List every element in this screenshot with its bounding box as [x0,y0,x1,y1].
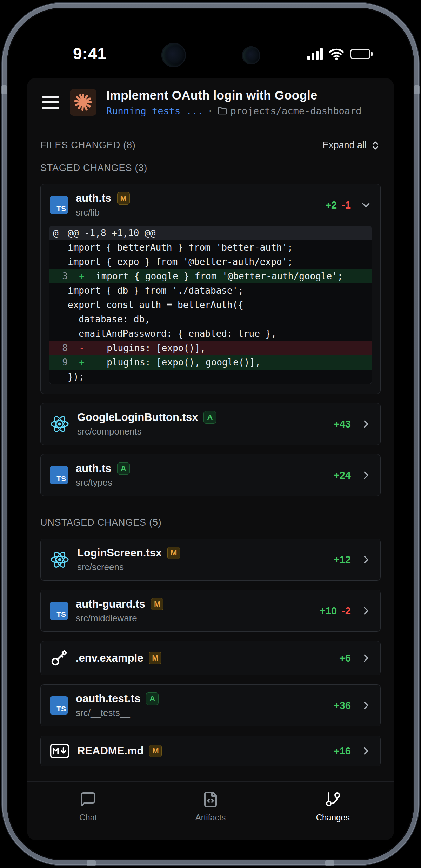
collapse-chevron-icon[interactable] [361,200,371,210]
file-card[interactable]: .env.exampleM+6 [40,641,381,675]
status-badge: M [151,598,163,610]
chevron-right-icon[interactable] [361,606,371,616]
diff-line-number: 3 [49,269,68,283]
diff-row: import { db } from './database'; [49,283,372,298]
tab-artifacts[interactable]: Artifacts [149,791,272,822]
tab-bar: Chat Artifacts Changes [27,781,394,840]
antenna-band [87,860,96,866]
file-row[interactable]: .env.exampleM+6 [41,641,380,675]
file-card[interactable]: TSauth.tsAsrc/types+24 [40,454,381,496]
expand-all-button[interactable]: Expand all [322,140,381,151]
menu-button[interactable] [41,94,60,111]
battery-icon [350,49,373,59]
file-row[interactable]: TSauth.tsAsrc/types+24 [41,454,380,496]
tab-label: Changes [316,813,350,822]
expand-all-label: Expand all [322,140,367,151]
app-logo [70,89,96,116]
file-name: .env.example [76,652,143,664]
chat-icon [80,791,96,808]
diff-line-number: @ [49,226,68,240]
diff-code: @@ -1,8 +1,10 @@ [68,228,155,238]
file-info: auth-guard.tsMsrc/middleware [76,598,163,624]
file-row[interactable]: TSauth.tsMsrc/lib+2-1 [41,184,380,226]
folder-icon [218,106,227,116]
file-stats: +10-2 [320,605,371,617]
app-panel: Implement OAuth login with Google Runnin… [27,78,394,840]
tab-changes[interactable]: Changes [272,791,394,822]
chevron-right-icon[interactable] [361,470,371,480]
file-row[interactable]: README.mdM+16 [41,736,380,766]
chevron-right-icon[interactable] [361,554,371,565]
diff-code: plugins: [expo(), google()], [96,357,261,368]
diff-code: import { betterAuth } from 'better-auth'… [68,242,293,253]
file-card[interactable]: TSauth-guard.tsMsrc/middleware+10-2 [40,590,381,632]
task-title: Implement OAuth login with Google [106,88,361,102]
diff-row: import { expo } from '@better-auth/expo'… [49,255,372,269]
file-info: LoginScreen.tsxMsrc/screens [77,547,180,573]
tab-chat[interactable]: Chat [27,791,149,822]
file-name: README.md [77,745,143,757]
staged-section-title: STAGED CHANGES (3) [40,163,381,173]
file-row[interactable]: GoogleLoginButton.tsxAsrc/components+43 [41,403,380,445]
phone-frame: 9:41 [2,3,419,865]
additions-count: +12 [334,554,351,566]
file-row[interactable]: LoginScreen.tsxMsrc/screens+12 [41,539,380,580]
diff-code: emailAndPassword: { enabled: true }, [68,328,276,339]
artifact-icon [202,791,219,808]
diff-row: export const auth = betterAuth({ [49,298,372,312]
react-icon [50,550,69,569]
changes-content: FILES CHANGED (8) Expand all STAGED CHAN… [27,127,394,781]
diff-code: export const auth = betterAuth({ [68,300,243,310]
antenna-band [414,85,420,94]
file-info: oauth.test.tsAsrc/__tests__ [76,692,159,718]
files-changed-label: FILES CHANGED (8) [40,140,136,151]
file-card[interactable]: LoginScreen.tsxMsrc/screens+12 [40,539,381,581]
file-path: src/middleware [76,613,163,624]
diff-sign: + [68,269,96,283]
file-path: src/screens [77,562,180,573]
file-name: LoginScreen.tsx [77,547,162,559]
deletions-count: -2 [342,605,351,617]
camera-lens-icon [242,46,260,64]
file-path: src/__tests__ [76,708,159,718]
unstaged-list: LoginScreen.tsxMsrc/screens+12TSauth-gua… [40,539,381,766]
file-card[interactable]: GoogleLoginButton.tsxAsrc/components+43 [40,403,381,445]
screen: 9:41 [7,8,414,860]
chevron-right-icon[interactable] [361,700,371,711]
project-breadcrumb: projects/acme-dashboard [218,105,362,116]
diff-line-number: 9 [49,355,68,370]
file-card[interactable]: TSoauth.test.tsAsrc/__tests__+36 [40,684,381,726]
file-row[interactable]: TSoauth.test.tsAsrc/__tests__+36 [41,685,380,726]
file-row[interactable]: TSauth-guard.tsMsrc/middleware+10-2 [41,590,380,631]
file-stats: +36 [334,700,371,711]
diff-code: import { google } from '@better-auth/goo… [96,271,343,281]
additions-count: +10 [320,605,337,617]
staged-list: TSauth.tsMsrc/lib+2-1@@@ -1,8 +1,10 @@im… [40,184,381,496]
file-name: oauth.test.ts [76,692,140,705]
chevron-right-icon[interactable] [361,419,371,429]
diff-code: import { db } from './database'; [68,285,243,296]
file-info: auth.tsAsrc/types [76,462,130,488]
diff-row: database: db, [49,312,372,327]
diff-sign: - [68,341,96,355]
additions-count: +16 [334,745,351,757]
file-card[interactable]: README.mdM+16 [40,736,381,766]
wifi-icon [328,48,345,60]
chevrons-up-down-icon [370,140,381,151]
project-path: projects/acme-dashboard [230,105,362,116]
file-info: GoogleLoginButton.tsxAsrc/components [77,411,216,437]
file-card[interactable]: TSauth.tsMsrc/lib+2-1@@@ -1,8 +1,10 @@im… [40,184,381,394]
diff-row: @@@ -1,8 +1,10 @@ [49,226,372,240]
file-stats: +24 [334,470,371,481]
diff-row: }); [49,370,372,384]
typescript-icon: TS [50,602,68,620]
chevron-right-icon[interactable] [361,746,371,756]
file-stats: +6 [339,652,371,664]
git-branch-icon [325,791,341,808]
file-info: .env.exampleM [76,652,161,664]
cellular-signal-icon [307,48,323,60]
chevron-right-icon[interactable] [361,653,371,663]
additions-count: +36 [334,700,351,711]
typescript-icon: TS [50,466,68,484]
file-name: GoogleLoginButton.tsx [77,411,198,424]
